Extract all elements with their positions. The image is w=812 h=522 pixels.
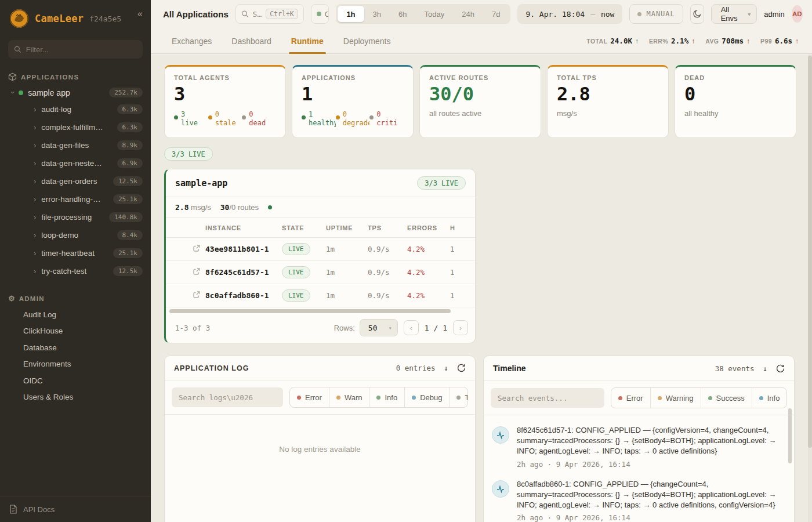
avatar[interactable]: AD (792, 5, 803, 23)
filter-error[interactable]: Error (611, 388, 650, 408)
sidebar-item-database[interactable]: Database (0, 339, 151, 356)
table-row[interactable]: 8c0affadb860-1 LIVE 1m 0.9/s 4.2% 1 (166, 284, 475, 307)
tab-deployments[interactable]: Deployments (343, 37, 391, 53)
external-link-icon[interactable] (193, 244, 201, 252)
filter-info[interactable]: Info (369, 387, 404, 407)
theme-toggle-button[interactable] (690, 4, 704, 24)
prev-page-button[interactable]: ‹ (404, 320, 419, 335)
count-badge: 12.5k (113, 266, 143, 276)
col-h[interactable]: H (450, 224, 473, 231)
scrollbar-thumb[interactable] (169, 309, 451, 313)
online-status-pill[interactable]: O (311, 4, 329, 24)
page-scrollbar[interactable] (808, 55, 812, 522)
username-label: admin (764, 10, 784, 19)
sidebar-item-data-gen-orders[interactable]: ›data-gen-orders12.5k (0, 172, 151, 190)
scrollbar-thumb[interactable] (808, 56, 812, 448)
h-value: 1 (450, 245, 473, 253)
refresh-icon[interactable] (776, 364, 785, 373)
time-range-6h[interactable]: 6h (390, 6, 415, 22)
sidebar-item-timer-heartbeat[interactable]: ›timer-heartbeat25.1k (0, 244, 151, 262)
activity-icon (492, 480, 509, 498)
filter-error[interactable]: Error (290, 387, 329, 407)
next-page-button[interactable]: › (453, 320, 468, 335)
col-instance[interactable]: INSTANCE (205, 224, 282, 231)
refresh-icon[interactable] (457, 364, 466, 372)
global-search-button[interactable]: S… Ctrl+K (235, 4, 304, 24)
tab-dashboard[interactable]: Dashboard (231, 37, 271, 53)
timeline-event[interactable]: 8c0affadb860-1: CONFIG_APPLIED — {change… (492, 474, 781, 522)
time-range-1h[interactable]: 1h (338, 6, 364, 22)
table-row[interactable]: 43ee9811b801-1 LIVE 1m 0.9/s 4.2% 1 (166, 238, 475, 261)
table-row[interactable]: 8f6245c61d57-1 LIVE 1m 0.9/s 4.2% 1 (166, 261, 475, 284)
sidebar-item-file-processing[interactable]: ›file-processing140.8k (0, 208, 151, 226)
arrow-up-icon: ↑ (795, 37, 799, 45)
scroll-down-icon[interactable]: ↓ (444, 364, 448, 372)
col-errors[interactable]: ERRORS (407, 224, 450, 231)
route-label: data-gen-neste… (41, 159, 102, 168)
red-dot-icon (297, 396, 301, 400)
col-tps[interactable]: TPS (368, 224, 407, 231)
card-title: APPLICATIONS (302, 74, 404, 81)
col-uptime[interactable]: UPTIME (326, 224, 368, 231)
time-range-7d[interactable]: 7d (483, 6, 509, 22)
sidebar-item-try-catch-test[interactable]: ›try-catch-test12.5k (0, 262, 151, 280)
time-range-24h[interactable]: 24h (453, 6, 483, 22)
api-docs-label: API Docs (23, 505, 55, 514)
env-select[interactable]: All Envs ▾ (711, 4, 757, 24)
date-separator: — (590, 10, 595, 19)
timeline-search-input[interactable] (491, 388, 604, 408)
app-panel-header[interactable]: sample-app 3/3 LIVE (166, 169, 475, 197)
tab-exchanges[interactable]: Exchanges (172, 37, 212, 53)
sidebar-collapse-icon[interactable]: « (137, 9, 143, 19)
time-range-today[interactable]: Today (416, 6, 454, 22)
scroll-down-icon[interactable]: ↓ (763, 364, 767, 373)
sidebar-item-complex-fulfillm[interactable]: ›complex-fulfillm…6.3k (0, 118, 151, 136)
date-range-display[interactable]: 9. Apr. 18:04 — now (517, 4, 622, 24)
timeline-scrollbar-thumb[interactable] (788, 408, 792, 463)
chevron-down-icon[interactable]: › (9, 91, 17, 93)
tab-runtime[interactable]: Runtime (291, 37, 324, 53)
row-range-label: 1-3 of 3 (175, 324, 210, 332)
filter-trace[interactable]: Trace (449, 387, 468, 407)
filter-warn[interactable]: Warn (329, 387, 369, 407)
filter-info[interactable]: Info (752, 388, 787, 408)
sidebar-item-loop-demo[interactable]: ›loop-demo8.4k (0, 226, 151, 244)
sidebar-item-users-roles[interactable]: Users & Roles (0, 389, 151, 406)
card-active-routes: ACTIVE ROUTES 30/0 all routes active (419, 65, 541, 138)
card-dead: DEAD 0 all healthy (675, 65, 796, 138)
sidebar-item-sample-app[interactable]: › sample app 252.7k (0, 85, 151, 100)
filter-warning[interactable]: Warning (650, 388, 701, 408)
sidebar-item-clickhouse[interactable]: ClickHouse (0, 323, 151, 340)
col-state[interactable]: STATE (282, 224, 326, 231)
rows-per-page-select[interactable]: 50 ▾ (360, 319, 398, 336)
time-range-3h[interactable]: 3h (364, 6, 390, 22)
external-link-icon[interactable] (193, 291, 201, 299)
live-badge[interactable]: 3/3 LIVE (164, 147, 213, 161)
filter-debug[interactable]: Debug (404, 387, 449, 407)
route-label: error-handling-… (41, 195, 100, 204)
route-label: complex-fulfillm… (41, 123, 103, 132)
sidebar-item-environments[interactable]: Environments (0, 356, 151, 373)
sidebar-item-audit-log[interactable]: ›audit-log6.3k (0, 100, 151, 118)
sidebar-item-audit-log-admin[interactable]: Audit Log (0, 306, 151, 323)
stat-label: AVG (705, 38, 719, 45)
sidebar-filter-input[interactable] (26, 45, 137, 54)
sidebar-item-error-handling[interactable]: ›error-handling-…25.1k (0, 190, 151, 208)
chevron-right-icon: › (34, 267, 36, 275)
api-docs-link[interactable]: API Docs (0, 496, 151, 522)
sidebar-filter[interactable] (8, 40, 143, 59)
application-log-panel: APPLICATION LOG 0 entries ↓ Error Warn I… (164, 356, 476, 522)
external-link-icon[interactable] (193, 267, 201, 276)
card-title: ACTIVE ROUTES (429, 74, 531, 81)
timeline-event[interactable]: 8f6245c61d57-1: CONFIG_APPLIED — {config… (492, 420, 781, 474)
manual-refresh-button[interactable]: MANUAL (629, 4, 683, 24)
errors-value: 4.2% (407, 291, 450, 300)
sidebar-item-data-gen-files[interactable]: ›data-gen-files8.9k (0, 136, 151, 154)
sidebar-item-oidc[interactable]: OIDC (0, 372, 151, 389)
log-search-input[interactable] (172, 387, 283, 407)
timeline-events-list: 8f6245c61d57-1: CONFIG_APPLIED — {config… (484, 415, 794, 522)
search-shortcut-kbd: Ctrl+K (266, 9, 298, 19)
horizontal-scrollbar[interactable] (169, 309, 472, 314)
filter-success[interactable]: Success (701, 388, 752, 408)
sidebar-item-data-gen-neste[interactable]: ›data-gen-neste…6.9k (0, 154, 151, 172)
